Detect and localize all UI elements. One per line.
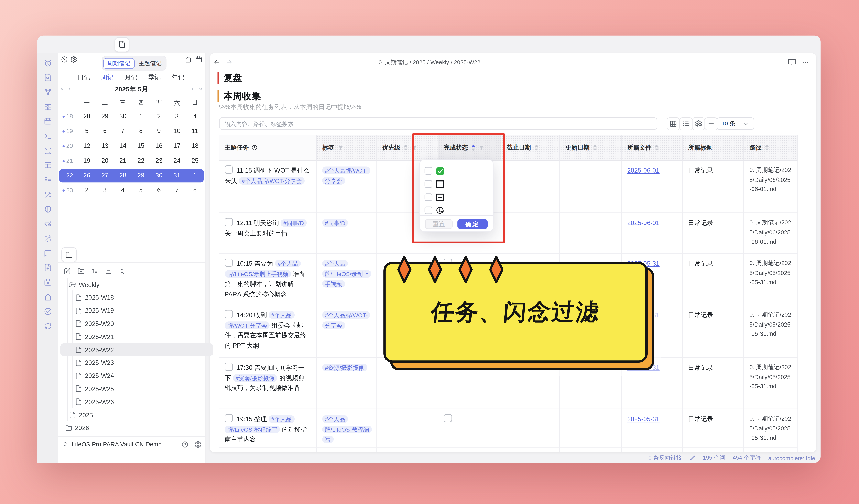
- search-input[interactable]: [219, 117, 658, 130]
- column-header-8[interactable]: 路径: [744, 135, 798, 161]
- tree-item-2026[interactable]: 2026: [60, 422, 204, 434]
- confirm-button[interactable]: 确定: [457, 219, 487, 229]
- tree-item-weekly[interactable]: Weekly: [60, 278, 207, 291]
- calendar-day[interactable]: 4: [121, 187, 124, 193]
- column-header-0[interactable]: 主题任务: [219, 135, 317, 161]
- gear-icon[interactable]: [195, 441, 202, 448]
- calendar-heart-icon[interactable]: [43, 278, 52, 287]
- task-checkbox[interactable]: [225, 218, 233, 226]
- calendar-day[interactable]: 28: [83, 113, 90, 119]
- calendar-day[interactable]: 9: [157, 127, 161, 134]
- edit-icon[interactable]: [63, 267, 71, 275]
- folder-plus-icon[interactable]: [77, 267, 85, 275]
- brain-icon[interactable]: [43, 205, 52, 214]
- gear-icon[interactable]: [70, 56, 77, 63]
- tree-item-2025-w23[interactable]: 2025-W23: [60, 356, 213, 369]
- calendar-day[interactable]: 16: [155, 142, 162, 149]
- column-header-2[interactable]: 优先级: [377, 135, 438, 161]
- page-size-select[interactable]: 10 条: [717, 117, 754, 130]
- list-details-icon[interactable]: [43, 175, 52, 184]
- calendar-day[interactable]: 28: [119, 172, 126, 179]
- tree-item-2025-w26[interactable]: 2025-W26: [60, 396, 213, 408]
- tag-chip[interactable]: #个人品牌/WOT-分享会: [322, 166, 371, 184]
- graph-icon[interactable]: [43, 88, 52, 96]
- period-tab-3[interactable]: 季记: [148, 73, 161, 81]
- calendar-day[interactable]: 25: [192, 157, 198, 164]
- calendar-day[interactable]: 8: [193, 187, 197, 193]
- option-checkbox[interactable]: [425, 167, 432, 175]
- sparkles-icon[interactable]: [43, 234, 52, 243]
- next-month-button[interactable]: ›: [191, 85, 193, 93]
- sync-icon[interactable]: [43, 322, 52, 331]
- book-open-icon[interactable]: [788, 58, 796, 66]
- tag-chip[interactable]: #同事/D: [322, 219, 348, 227]
- alarm-clock-icon[interactable]: [43, 59, 52, 67]
- calendar-day[interactable]: 12: [83, 142, 90, 149]
- period-tab-0[interactable]: 日记: [77, 73, 90, 81]
- calendar-day[interactable]: 15: [137, 142, 144, 149]
- calendar-day[interactable]: 29: [101, 113, 108, 119]
- sort-asc-icon[interactable]: [90, 267, 99, 275]
- calendar-day[interactable]: 11: [192, 127, 198, 134]
- option-checkbox[interactable]: [425, 180, 432, 188]
- chevrons-up-down-icon[interactable]: [62, 441, 69, 447]
- sort-icon[interactable]: [655, 145, 659, 151]
- sort-icon[interactable]: [472, 145, 475, 151]
- pencil-icon[interactable]: [689, 454, 696, 461]
- column-header-1[interactable]: 标签: [317, 135, 377, 161]
- status-checkbox[interactable]: [444, 414, 452, 422]
- breadcrumb[interactable]: 0. 周期笔记 / 2025 / Weekly / 2025-W22: [110, 59, 749, 66]
- calendar-day[interactable]: 5: [85, 127, 89, 134]
- task-checkbox[interactable]: [225, 363, 233, 371]
- vault-name[interactable]: LifeOS Pro PARA Vault CN Demo: [72, 441, 162, 447]
- wand-icon[interactable]: [43, 190, 52, 199]
- table-view-button[interactable]: [667, 117, 680, 131]
- calendar-day[interactable]: 8: [139, 127, 142, 134]
- question-circle-icon[interactable]: [252, 144, 258, 151]
- tree-item-2025[interactable]: 2025: [60, 409, 207, 421]
- week-number[interactable]: 18: [66, 113, 73, 119]
- tag-chip[interactable]: #个人品牌/WOT-分享会: [322, 311, 371, 329]
- calendar-day[interactable]: 29: [137, 172, 144, 179]
- sort-icon[interactable]: [593, 145, 597, 151]
- help-circle-icon[interactable]: [61, 56, 68, 63]
- list-view-button[interactable]: [679, 117, 693, 131]
- backlinks-count[interactable]: 0 条反向链接: [648, 454, 682, 462]
- sort-icon[interactable]: [404, 145, 407, 151]
- week-number[interactable]: 21: [66, 157, 73, 164]
- calendar-day[interactable]: 21: [119, 157, 126, 164]
- code-percent-icon[interactable]: [43, 219, 52, 228]
- tree-item-2025-w25[interactable]: 2025-W25: [60, 383, 213, 395]
- tree-item-2025-w21[interactable]: 2025-W21: [60, 331, 213, 343]
- period-tab-1[interactable]: 周记: [101, 73, 114, 81]
- file-plus-icon[interactable]: [43, 263, 52, 272]
- calendar-day[interactable]: 23: [155, 157, 162, 164]
- terminal-icon[interactable]: [43, 132, 52, 140]
- calendar-day[interactable]: 10: [174, 127, 180, 134]
- message-icon[interactable]: [43, 249, 52, 258]
- tag-chip[interactable]: #资源/摄影摄像: [322, 364, 367, 371]
- selected-week-row[interactable]: [59, 169, 204, 183]
- circle-check-icon[interactable]: [43, 307, 52, 316]
- ellipsis-icon[interactable]: [801, 59, 809, 66]
- calendar-day[interactable]: 2: [85, 187, 89, 193]
- home-icon[interactable]: [43, 292, 52, 301]
- calendar-day[interactable]: 3: [175, 113, 179, 119]
- tree-item-2025-w20[interactable]: 2025-W20: [60, 317, 213, 330]
- dashboard-icon[interactable]: [43, 103, 52, 111]
- funnel-icon[interactable]: [338, 145, 344, 150]
- column-header-3[interactable]: 完成状态: [438, 135, 501, 161]
- calendar-day[interactable]: 4: [193, 113, 197, 119]
- calendar-day[interactable]: 26: [83, 172, 90, 179]
- calendar-day[interactable]: 27: [101, 172, 108, 179]
- calendar-day[interactable]: 1: [193, 172, 197, 179]
- tree-item-2025-w24[interactable]: 2025-W24: [60, 369, 213, 382]
- calendar-day[interactable]: 18: [192, 142, 198, 149]
- calendar-day[interactable]: 7: [121, 127, 124, 134]
- funnel-icon[interactable]: [479, 145, 484, 150]
- layout-icon[interactable]: [43, 161, 52, 170]
- reset-button[interactable]: 重置: [425, 219, 452, 229]
- inline-tag-chip[interactable]: #资源/摄影摄像: [233, 374, 277, 382]
- file-link[interactable]: 2025-06-01: [627, 219, 660, 226]
- tag-chip[interactable]: #个人品牌/LifeOS/录制上手视频: [322, 260, 372, 288]
